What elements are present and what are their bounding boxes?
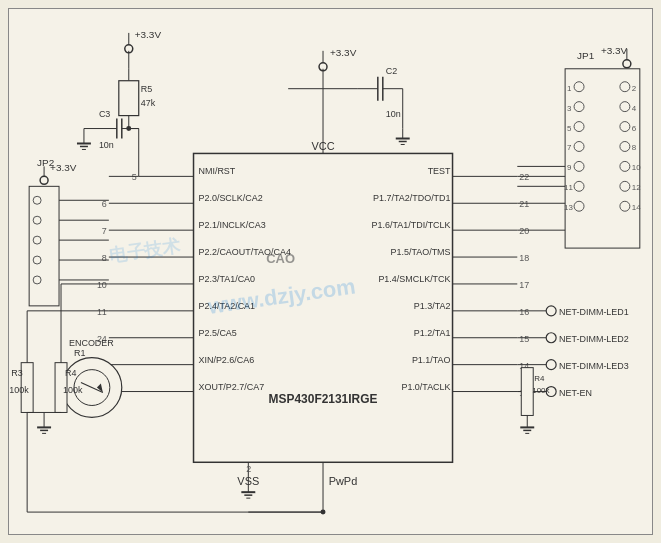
- svg-text:NMI/RST: NMI/RST: [199, 166, 236, 176]
- svg-text:20: 20: [519, 226, 529, 236]
- svg-text:C2: C2: [386, 66, 397, 76]
- svg-text:R3: R3: [11, 368, 22, 378]
- svg-text:6: 6: [632, 124, 637, 133]
- svg-text:PwPd: PwPd: [329, 475, 358, 487]
- svg-rect-175: [565, 69, 640, 248]
- svg-point-107: [33, 236, 41, 244]
- svg-text:TEST: TEST: [428, 166, 451, 176]
- svg-text:MSP430F2131IRGE: MSP430F2131IRGE: [269, 392, 378, 406]
- svg-point-106: [33, 216, 41, 224]
- svg-text:2: 2: [632, 84, 637, 93]
- svg-text:4: 4: [632, 104, 637, 113]
- svg-point-181: [574, 181, 584, 191]
- svg-text:47k: 47k: [141, 98, 156, 108]
- svg-point-108: [33, 256, 41, 264]
- svg-text:7: 7: [102, 226, 107, 236]
- svg-text:+3.3V: +3.3V: [330, 47, 357, 58]
- svg-text:NET-EN: NET-EN: [559, 388, 592, 398]
- svg-point-109: [33, 276, 41, 284]
- svg-point-182: [574, 201, 584, 211]
- svg-text:15: 15: [519, 334, 529, 344]
- svg-rect-82: [119, 81, 139, 116]
- svg-text:R5: R5: [141, 84, 152, 94]
- svg-text:22: 22: [519, 172, 529, 182]
- svg-text:100k: 100k: [532, 386, 549, 395]
- svg-text:9: 9: [567, 163, 572, 172]
- svg-point-176: [574, 82, 584, 92]
- svg-text:P1.2/TA1: P1.2/TA1: [414, 328, 451, 338]
- svg-text:P1.3/TA2: P1.3/TA2: [414, 301, 451, 311]
- svg-text:8: 8: [102, 253, 107, 263]
- svg-text:+3.3V: +3.3V: [601, 45, 628, 56]
- svg-text:10n: 10n: [99, 140, 114, 150]
- svg-text:2: 2: [246, 464, 251, 474]
- svg-text:10: 10: [97, 280, 107, 290]
- svg-text:NET-DIMM-LED3: NET-DIMM-LED3: [559, 361, 629, 371]
- svg-text:P1.0/TACLK: P1.0/TACLK: [401, 382, 450, 392]
- svg-text:100k: 100k: [63, 385, 83, 395]
- svg-text:P2.5/CA5: P2.5/CA5: [199, 328, 237, 338]
- svg-point-186: [620, 141, 630, 151]
- svg-text:17: 17: [519, 280, 529, 290]
- svg-text:11: 11: [564, 183, 573, 192]
- svg-point-189: [620, 201, 630, 211]
- svg-text:11: 11: [97, 307, 107, 317]
- svg-point-177: [574, 102, 584, 112]
- svg-text:C3: C3: [99, 109, 110, 119]
- svg-text:P1.7/TA2/TDO/TD1: P1.7/TA2/TDO/TD1: [373, 193, 450, 203]
- svg-text:R4: R4: [65, 368, 76, 378]
- svg-text:P2.0/SCLK/CA2: P2.0/SCLK/CA2: [199, 193, 263, 203]
- svg-text:5: 5: [567, 124, 572, 133]
- svg-text:R1: R1: [74, 348, 85, 358]
- svg-text:7: 7: [567, 143, 572, 152]
- svg-text:XIN/P2.6/CA6: XIN/P2.6/CA6: [199, 355, 255, 365]
- svg-text:21: 21: [519, 199, 529, 209]
- svg-point-183: [620, 82, 630, 92]
- svg-text:P2.3/TA1/CA0: P2.3/TA1/CA0: [199, 274, 256, 284]
- svg-text:NET-DIMM-LED2: NET-DIMM-LED2: [559, 334, 629, 344]
- svg-point-99: [126, 126, 131, 131]
- svg-point-178: [574, 122, 584, 132]
- svg-rect-104: [29, 186, 59, 306]
- svg-text:10: 10: [632, 163, 641, 172]
- svg-text:P1.1/TAO: P1.1/TAO: [412, 355, 451, 365]
- svg-text:13: 13: [564, 203, 573, 212]
- svg-text:XOUT/P2.7/CA7: XOUT/P2.7/CA7: [199, 382, 265, 392]
- svg-text:3: 3: [567, 104, 572, 113]
- schematic-area: VCC VSS PwPd MSP430F2131IRGE NMI/RST 5 P…: [8, 8, 653, 535]
- svg-point-180: [574, 161, 584, 171]
- svg-text:ENCODER: ENCODER: [69, 338, 114, 348]
- svg-text:CAO: CAO: [266, 251, 295, 266]
- main-container: VCC VSS PwPd MSP430F2131IRGE NMI/RST 5 P…: [0, 0, 661, 543]
- svg-text:1: 1: [567, 84, 572, 93]
- svg-text:+3.3V: +3.3V: [50, 162, 77, 173]
- svg-point-154: [546, 333, 556, 343]
- svg-point-184: [620, 102, 630, 112]
- svg-point-185: [620, 122, 630, 132]
- svg-point-105: [33, 196, 41, 204]
- svg-text:P1.4/SMCLK/TCK: P1.4/SMCLK/TCK: [378, 274, 450, 284]
- svg-point-187: [620, 161, 630, 171]
- svg-text:8: 8: [632, 143, 637, 152]
- svg-text:P1.6/TA1/TDI/TCLK: P1.6/TA1/TDI/TCLK: [372, 220, 451, 230]
- svg-text:100k: 100k: [9, 385, 29, 395]
- svg-point-157: [546, 360, 556, 370]
- svg-text:P2.1/INCLK/CA3: P2.1/INCLK/CA3: [199, 220, 266, 230]
- svg-text:P1.5/TAO/TMS: P1.5/TAO/TMS: [391, 247, 451, 257]
- svg-text:JP1: JP1: [577, 50, 595, 61]
- svg-text:14: 14: [632, 203, 641, 212]
- svg-text:NET-DIMM-LED1: NET-DIMM-LED1: [559, 307, 629, 317]
- svg-text:5: 5: [132, 172, 137, 182]
- svg-text:+3.3V: +3.3V: [135, 29, 162, 40]
- svg-point-188: [620, 181, 630, 191]
- svg-text:16: 16: [519, 307, 529, 317]
- svg-text:18: 18: [519, 253, 529, 263]
- svg-text:12: 12: [632, 183, 641, 192]
- svg-point-151: [546, 306, 556, 316]
- svg-point-179: [574, 141, 584, 151]
- svg-text:R4: R4: [534, 374, 545, 383]
- svg-text:10n: 10n: [386, 109, 401, 119]
